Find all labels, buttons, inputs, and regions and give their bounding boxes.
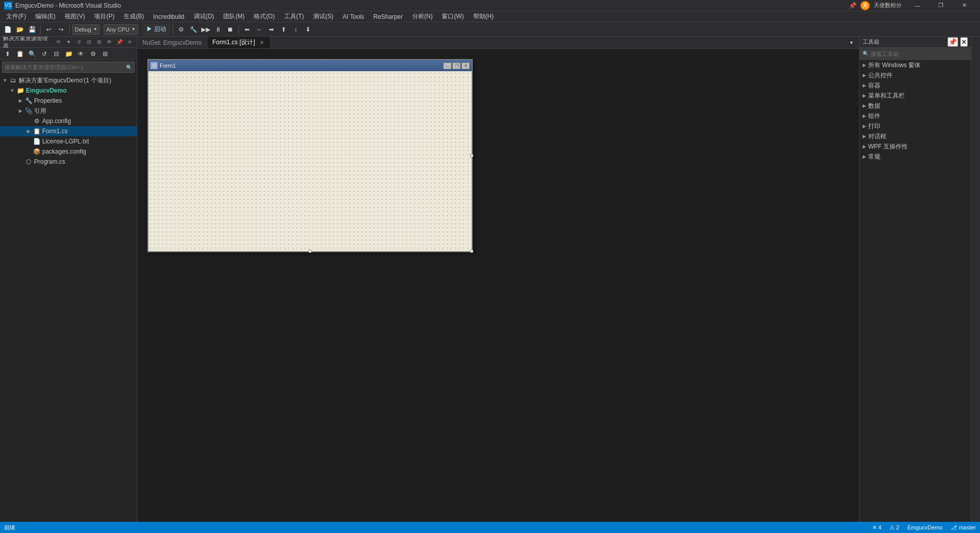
solution-filter-button[interactable]: ▼ — [65, 38, 73, 46]
warning-count[interactable]: ⚠ 2 — [890, 524, 899, 531]
run-button[interactable]: ▶ 启动 — [142, 24, 170, 35]
menu-ai[interactable]: AI Tools — [339, 12, 368, 21]
menu-file[interactable]: 文件(F) — [2, 11, 30, 22]
tab-form1-design[interactable]: Form1.cs [设计] ✕ — [207, 37, 271, 48]
toolbox-section-common[interactable]: ▶ 公共控件 — [860, 70, 971, 80]
solution-sync-button[interactable]: ⟳ — [54, 38, 63, 46]
expand-icon-refs: ▶ — [16, 107, 24, 115]
menu-tools[interactable]: 工具(T) — [280, 11, 308, 22]
tree-item-packages[interactable]: ▶ 📦 packages.config — [0, 146, 137, 157]
toolbox-search-input[interactable] — [871, 51, 968, 57]
tree-item-references[interactable]: ▶ 📎 引用 — [0, 106, 137, 116]
solution-close-button[interactable]: ✕ — [126, 38, 134, 46]
solution-tb-7[interactable]: 👁 — [75, 48, 86, 60]
menu-test[interactable]: 测试(S) — [309, 11, 338, 22]
toolbar-align-mid[interactable]: ↕ — [290, 24, 301, 35]
resize-handle-right[interactable] — [470, 154, 473, 157]
menu-incredibuild[interactable]: Incredibuild — [149, 12, 188, 21]
tab-close-icon[interactable]: ✕ — [258, 39, 265, 46]
tree-item-properties[interactable]: ▶ 🔧 Properties — [0, 96, 137, 106]
toolbar-align-right[interactable]: ➡ — [266, 24, 277, 35]
menu-build[interactable]: 生成(B) — [119, 11, 148, 22]
menu-help[interactable]: 帮助(H) — [469, 11, 498, 22]
menu-format[interactable]: 格式(O) — [250, 11, 279, 22]
tree-item-form1[interactable]: ▶ 📋 Form1.cs — [0, 126, 137, 136]
tree-item-program[interactable]: ▶ ⬡ Program.cs — [0, 157, 137, 167]
toolbar-save[interactable]: 💾 — [26, 24, 38, 35]
toolbar-align-center[interactable]: ↔ — [254, 24, 265, 35]
form-title-bar[interactable]: 🖼 Form1 — ❐ ✕ — [148, 60, 472, 71]
resize-handle-bottom[interactable] — [309, 250, 312, 253]
toolbar-undo[interactable]: ↩ — [43, 24, 54, 35]
close-button[interactable]: ✕ — [953, 0, 976, 11]
solution-search-input[interactable] — [5, 64, 126, 70]
toolbar-extra3[interactable]: ▶▶ — [200, 24, 211, 35]
toolbar-align-top[interactable]: ⬆ — [278, 24, 289, 35]
menu-analyze[interactable]: 分析(N) — [408, 11, 437, 22]
section-label-components: 组件 — [868, 112, 880, 121]
toolbar-new[interactable]: 📄 — [2, 24, 13, 35]
menu-view[interactable]: 视图(V) — [60, 11, 89, 22]
user-label: 天使数粉分 — [874, 2, 902, 9]
toolbar-extra5[interactable]: ⏹ — [225, 24, 236, 35]
menu-debug[interactable]: 调试(D) — [190, 11, 219, 22]
toolbox-section-print[interactable]: ▶ 打印 — [860, 121, 971, 131]
toolbox-section-components[interactable]: ▶ 组件 — [860, 111, 971, 121]
toolbar-open[interactable]: 📂 — [14, 24, 25, 35]
app-wrapper: VS EmgucvDemo - Microsoft Visual Studio … — [0, 0, 980, 533]
toolbox-section-dialogs[interactable]: ▶ 对话框 — [860, 131, 971, 141]
error-count[interactable]: ✕ 4 — [872, 524, 881, 531]
solution-tb-6[interactable]: 📁 — [63, 48, 74, 60]
tree-item-license[interactable]: ▶ 📄 License-LGPL.txt — [0, 136, 137, 146]
debug-config-dropdown[interactable]: Debug ▼ — [72, 24, 100, 35]
tab-nuget[interactable]: NuGet: EmgucvDemo — [137, 37, 207, 48]
design-area[interactable]: 🖼 Form1 — ❐ ✕ — [137, 49, 859, 522]
toolbox-section-container[interactable]: ▶ 容器 — [860, 80, 971, 91]
toolbox-section-general[interactable]: ▶ 常规 — [860, 152, 971, 162]
tree-item-solution[interactable]: ▼ 🗂 解决方案'EmgucvDemo'(1 个项目) — [0, 75, 137, 85]
status-ready: 就绪 — [4, 524, 15, 531]
resize-handle-corner[interactable] — [470, 250, 473, 253]
solution-pin-button[interactable]: 📌 — [115, 38, 124, 46]
toolbar-extra4[interactable]: ⏸ — [212, 24, 224, 35]
solution-properties-button[interactable]: ⊞ — [95, 38, 103, 46]
solution-tb-5[interactable]: ⊟ — [51, 48, 62, 60]
menu-resharper[interactable]: ReSharper — [370, 12, 407, 21]
arrow-icon-general: ▶ — [863, 154, 866, 159]
form-minimize-button[interactable]: — — [443, 63, 451, 69]
toolbox-section-menus[interactable]: ▶ 菜单和工具栏 — [860, 91, 971, 101]
menu-window[interactable]: 窗口(W) — [438, 11, 468, 22]
toolbox-section-wpf[interactable]: ▶ WPF 互操作性 — [860, 141, 971, 152]
tree-item-appconfig[interactable]: ▶ ⚙ App.config — [0, 116, 137, 126]
toolbar-redo[interactable]: ↪ — [55, 24, 67, 35]
cpu-dropdown[interactable]: Any CPU ▼ — [104, 24, 138, 35]
form-close-button[interactable]: ✕ — [462, 63, 470, 69]
arrow-icon-dialogs: ▶ — [863, 134, 866, 139]
restore-button[interactable]: ❐ — [929, 0, 953, 11]
solution-collapse-button[interactable]: ⊟ — [85, 38, 93, 46]
solution-tb-1[interactable]: ⬆ — [2, 48, 13, 60]
menu-edit[interactable]: 编辑(E) — [31, 11, 59, 22]
minimize-button[interactable]: — — [906, 0, 929, 11]
menu-team[interactable]: 团队(M) — [219, 11, 249, 22]
toolbar-align-left[interactable]: ⬅ — [241, 24, 253, 35]
toolbox-section-all-windows-forms[interactable]: ▶ 所有 Windows 窗体 — [860, 60, 971, 70]
solution-tb-9[interactable]: ⊞ — [100, 48, 111, 60]
tree-item-project[interactable]: ▼ 📁 EmgucvDemo — [0, 85, 137, 96]
toolbox-close-button[interactable]: ✕ — [960, 37, 968, 47]
form-designer[interactable]: 🖼 Form1 — ❐ ✕ — [147, 59, 473, 252]
toolbar-align-bot[interactable]: ⬇ — [302, 24, 314, 35]
toolbar-extra1[interactable]: ⚙ — [176, 24, 187, 35]
menu-project[interactable]: 项目(P) — [90, 11, 118, 22]
solution-tb-3[interactable]: 🔍 — [26, 48, 38, 60]
tab-overflow-button[interactable]: ▼ — [846, 37, 857, 48]
solution-refresh-button[interactable]: ↺ — [75, 38, 83, 46]
solution-tb-8[interactable]: ⚙ — [87, 48, 99, 60]
toolbox-section-data[interactable]: ▶ 数据 — [860, 101, 971, 111]
toolbox-pin-button[interactable]: 📌 — [947, 37, 958, 47]
form-restore-button[interactable]: ❐ — [452, 63, 461, 69]
solution-tb-2[interactable]: 📋 — [14, 48, 25, 60]
solution-show-all-button[interactable]: 👁 — [105, 38, 113, 46]
solution-tb-4[interactable]: ↺ — [39, 48, 50, 60]
toolbar-extra2[interactable]: 🔧 — [188, 24, 199, 35]
